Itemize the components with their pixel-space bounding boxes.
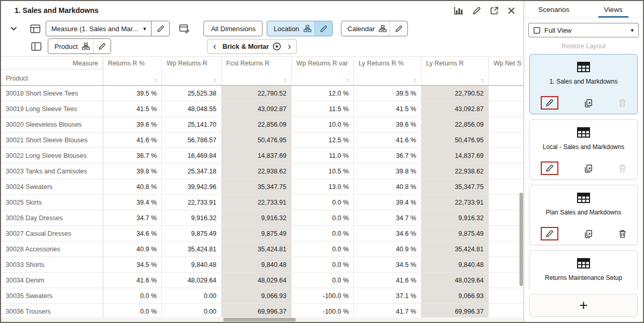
horizontal-scrollbar[interactable] [223, 318, 296, 321]
data-cell[interactable]: 9,916.32 [421, 210, 489, 226]
data-cell[interactable]: 39.5 % [354, 86, 421, 101]
row-label[interactable]: 30019 Long Sleeve Tees [1, 101, 103, 117]
row-label[interactable]: 30027 Casual Dresses [1, 226, 103, 241]
data-cell[interactable]: 0.00 [162, 288, 222, 304]
row-label[interactable]: 30021 Short Sleeve Blouses [1, 132, 103, 148]
column-header[interactable]: Wp Net S↑ [489, 57, 524, 86]
calendar-dimension-chip[interactable]: Calendar [341, 21, 408, 36]
data-cell[interactable]: 9,916.32 [162, 210, 222, 226]
data-cell[interactable] [489, 273, 524, 288]
data-cell[interactable]: 34.6 % [103, 226, 162, 241]
view-mode-select[interactable]: Full View ▾ [528, 23, 639, 37]
data-cell[interactable]: 16,469.84 [162, 148, 222, 164]
edit-view-button[interactable] [545, 164, 554, 172]
data-cell[interactable]: 9,875.49 [162, 226, 222, 241]
data-cell[interactable]: 41.5 % [354, 101, 421, 117]
data-cell[interactable]: 48,029.64 [222, 273, 292, 288]
data-cell[interactable]: 48,029.64 [421, 273, 489, 288]
data-cell[interactable]: 39.6 % [103, 117, 162, 132]
product-dimension-chip[interactable]: Product [48, 38, 111, 54]
data-cell[interactable]: 35,424.81 [421, 241, 489, 257]
data-cell[interactable] [489, 148, 524, 164]
data-cell[interactable]: 39.8 % [354, 164, 421, 179]
row-label[interactable]: 30034 Denim [1, 273, 103, 288]
column-header[interactable]: Wp Returns R var…↑ [292, 57, 354, 86]
data-cell[interactable]: 40.8 % [354, 179, 421, 195]
data-cell[interactable]: 0.0 % [292, 210, 354, 226]
data-cell[interactable]: 22,733.91 [162, 195, 222, 210]
data-cell[interactable]: 12.0 % [292, 86, 354, 101]
row-label[interactable]: 30020 Sleeveless Blouses [1, 117, 103, 132]
data-cell[interactable] [489, 226, 524, 241]
data-cell[interactable]: 0.0 % [292, 226, 354, 241]
column-header[interactable]: Returns R %↑ [103, 57, 162, 86]
row-label[interactable]: 30028 Accessories [1, 241, 103, 257]
view-card[interactable]: Plan Sales and Markdowns [529, 185, 638, 245]
add-view-button[interactable]: + [529, 294, 638, 317]
data-cell[interactable]: 39.4 % [354, 195, 421, 210]
data-cell[interactable]: 34.5 % [103, 257, 162, 273]
data-cell[interactable] [489, 132, 524, 148]
view-card[interactable]: Returns Maintenance Setup [529, 250, 638, 290]
data-cell[interactable]: 9,840.48 [162, 257, 222, 273]
edit-view-icon[interactable] [472, 6, 481, 15]
data-cell[interactable]: 14,837.69 [222, 148, 292, 164]
data-cell[interactable] [489, 101, 524, 117]
data-cell[interactable]: 39,942.96 [162, 179, 222, 195]
data-cell[interactable]: 25,347.18 [162, 164, 222, 179]
data-cell[interactable]: 22,790.52 [421, 86, 489, 101]
data-cell[interactable]: 35,347.75 [421, 179, 489, 195]
tab-scenarios[interactable]: Scenarios [524, 1, 584, 18]
sort-ascending-icon[interactable]: ↑ [413, 77, 416, 84]
sort-ascending-icon[interactable]: ↑ [283, 77, 286, 84]
edit-measure-button[interactable] [152, 21, 169, 36]
view-card[interactable]: 1. Sales and Markdowns [529, 54, 638, 114]
data-cell[interactable]: 22,790.52 [222, 86, 292, 101]
chart-view-icon[interactable] [454, 6, 463, 15]
column-header[interactable]: Wp Returns R↑ [162, 57, 222, 86]
data-cell[interactable] [489, 288, 524, 304]
data-cell[interactable]: 0.0 % [103, 288, 162, 304]
data-cell[interactable] [489, 179, 524, 195]
data-cell[interactable]: 10.5 % [292, 164, 354, 179]
data-cell[interactable]: 22,733.91 [222, 195, 292, 210]
row-label[interactable]: 30026 Day Dresses [1, 210, 103, 226]
data-cell[interactable]: 34.6 % [354, 226, 421, 241]
duplicate-view-button[interactable] [584, 230, 593, 238]
column-header[interactable]: Ly Returns R %↑ [354, 57, 421, 86]
data-cell[interactable]: 0.0 % [292, 241, 354, 257]
view-card[interactable]: Local - Sales and Markdowns [529, 119, 638, 180]
data-cell[interactable]: 9,066.93 [222, 288, 292, 304]
data-cell[interactable]: 48,029.64 [162, 273, 222, 288]
data-cell[interactable]: 41.6 % [354, 273, 421, 288]
data-cell[interactable]: 40.9 % [354, 241, 421, 257]
data-cell[interactable] [489, 86, 524, 101]
data-cell[interactable]: 41.5 % [103, 101, 162, 117]
data-cell[interactable]: -100.0 % [292, 288, 354, 304]
data-cell[interactable]: 50,476.95 [421, 132, 489, 148]
data-cell[interactable]: 9,875.49 [222, 226, 292, 241]
bullseye-icon[interactable] [272, 42, 281, 51]
data-cell[interactable]: 14,837.69 [421, 148, 489, 164]
data-cell[interactable]: 25,525.38 [162, 86, 222, 101]
sort-ascending-icon[interactable]: ↑ [481, 77, 484, 84]
data-cell[interactable]: 37.1 % [354, 288, 421, 304]
sort-ascending-icon[interactable]: ↑ [346, 77, 349, 84]
data-cell[interactable]: 36.7 % [354, 148, 421, 164]
sort-ascending-icon[interactable]: ↑ [154, 77, 157, 84]
data-cell[interactable]: 22,938.62 [421, 164, 489, 179]
data-cell[interactable]: 34.7 % [103, 210, 162, 226]
tab-views[interactable]: Views [584, 1, 643, 18]
row-label[interactable]: 30022 Long Sleeve Blouses [1, 148, 103, 164]
data-cell[interactable]: 22,856.09 [421, 117, 489, 132]
delete-view-button[interactable] [619, 230, 626, 238]
data-cell[interactable]: 22,733.91 [421, 195, 489, 210]
row-label[interactable]: 30035 Sweaters [1, 288, 103, 304]
data-cell[interactable]: 11.0 % [292, 148, 354, 164]
data-cell[interactable]: 13.0 % [292, 179, 354, 195]
row-axis-icon[interactable] [31, 42, 42, 51]
data-cell[interactable]: 9,875.49 [421, 226, 489, 241]
data-cell[interactable]: 50,476.95 [222, 132, 292, 148]
data-cell[interactable]: 10.0 % [292, 117, 354, 132]
data-cell[interactable]: 0.0 % [292, 257, 354, 273]
